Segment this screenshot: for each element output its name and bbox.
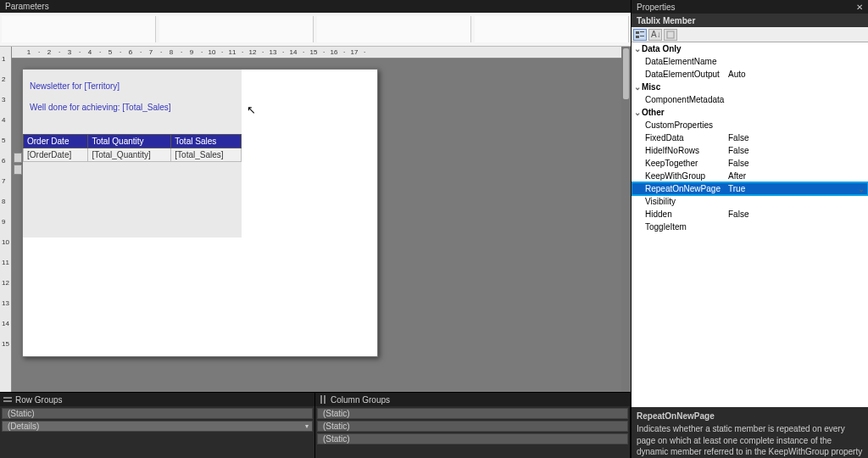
property-description-title: RepeatOnNewPage <box>637 411 863 422</box>
column-header[interactable]: Order Date <box>24 135 88 148</box>
column-groups-title: Column Groups <box>331 395 390 405</box>
property-name: KeepWithGroup <box>632 171 725 181</box>
data-cell[interactable]: [Total_Quantity] <box>88 148 171 162</box>
property-name: KeepTogether <box>632 159 725 168</box>
property-value[interactable]: False <box>725 133 868 142</box>
ruler-tick: 13 <box>264 48 281 56</box>
property-row[interactable]: HiddenFalse <box>632 208 868 221</box>
property-value[interactable]: False <box>725 209 868 219</box>
property-row[interactable]: KeepWithGroupAfter <box>632 170 868 182</box>
parameter-cell[interactable] <box>475 16 629 42</box>
property-category[interactable]: ⌄Misc <box>632 81 868 93</box>
ruler-tick: 8 <box>163 48 180 56</box>
design-canvas[interactable]: Newsletter for [Territory] Well done for… <box>12 59 621 392</box>
row-group-item[interactable]: (Details)▾ <box>2 421 313 432</box>
parameters-strip[interactable] <box>0 13 631 47</box>
ruler-tick: 10 <box>2 238 9 246</box>
expand-icon[interactable]: ⌄ <box>633 44 642 53</box>
property-value[interactable]: True <box>725 184 854 193</box>
svg-rect-6 <box>636 36 639 38</box>
property-name: Visibility <box>632 197 725 206</box>
data-cell[interactable]: [Total_Sales] <box>171 148 242 162</box>
alphabetical-button[interactable]: A↓ <box>648 29 662 41</box>
ruler-tick: 5 <box>2 137 5 144</box>
ruler-tick: 5 <box>102 48 119 56</box>
property-grid[interactable]: ⌄Data OnlyDataElementNameDataElementOutp… <box>632 42 868 407</box>
property-row[interactable]: Visibility <box>632 195 868 208</box>
chevron-down-icon[interactable]: ▾ <box>305 422 309 430</box>
ruler-tick: 13 <box>2 299 9 307</box>
parameter-cell[interactable] <box>159 16 314 42</box>
column-group-item[interactable]: (Static) <box>317 433 628 444</box>
report-page[interactable]: Newsletter for [Territory] Well done for… <box>22 69 378 357</box>
ruler-tick: 6 <box>2 157 5 165</box>
ruler-tick: 7 <box>2 177 5 185</box>
svg-rect-5 <box>640 31 644 32</box>
dropdown-icon[interactable]: ⌄ <box>854 184 868 193</box>
textbox-newsletter-subtitle[interactable]: Well done for achieving: [Total_Sales] <box>30 103 235 112</box>
property-value[interactable]: False <box>725 159 868 168</box>
textbox-newsletter-title[interactable]: Newsletter for [Territory] <box>30 81 235 91</box>
property-value[interactable]: Auto <box>725 70 868 79</box>
cursor-icon: ↖ <box>247 103 256 116</box>
expand-icon[interactable]: ⌄ <box>633 82 642 92</box>
svg-text:A↓: A↓ <box>651 31 659 39</box>
property-name: CustomProperties <box>632 120 725 130</box>
property-description: RepeatOnNewPage Indicates whether a stat… <box>632 407 868 458</box>
expand-icon[interactable]: ⌄ <box>633 108 642 117</box>
property-category[interactable]: ⌄Other <box>632 106 868 119</box>
vertical-scrollbar[interactable] <box>621 47 631 392</box>
property-row[interactable]: RepeatOnNewPageTrue⌄ <box>632 182 868 195</box>
property-value[interactable]: After <box>725 171 868 181</box>
ruler-tick: 3 <box>2 96 5 103</box>
svg-rect-9 <box>667 31 674 38</box>
property-row[interactable]: DataElementOutputAuto <box>632 68 868 81</box>
tablix[interactable]: Order Date Total Quantity Total Sales [O… <box>23 134 242 162</box>
property-row[interactable]: ComponentMetadata <box>632 93 868 106</box>
parameter-cell[interactable] <box>2 16 156 42</box>
column-group-item[interactable]: (Static) <box>317 421 628 432</box>
svg-rect-0 <box>3 397 12 399</box>
column-header[interactable]: Total Quantity <box>88 135 171 148</box>
property-category[interactable]: ⌄Data Only <box>632 42 868 55</box>
row-groups-header: Row Groups <box>0 393 314 406</box>
ruler-tick: 2 <box>2 75 5 83</box>
parameter-cell[interactable] <box>317 16 471 42</box>
horizontal-ruler: 1·2·3·4·5·6·7·8·9·10·11·12·13·14·15·16·1… <box>12 47 621 59</box>
svg-rect-4 <box>636 31 639 34</box>
properties-header: Properties ✕ <box>632 0 868 14</box>
categorized-button[interactable] <box>633 29 647 41</box>
property-value[interactable]: False <box>725 146 868 155</box>
ruler-tick: 12 <box>2 279 9 287</box>
row-handle[interactable] <box>14 165 22 175</box>
column-header[interactable]: Total Sales <box>171 135 242 148</box>
ruler-tick: 4 <box>81 48 98 56</box>
properties-subject[interactable]: Tablix Member <box>632 14 868 27</box>
row-groups-title: Row Groups <box>15 395 63 405</box>
ruler-tick: 14 <box>2 320 9 327</box>
property-name: ToggleItem <box>632 222 725 232</box>
ruler-tick: 14 <box>285 48 302 56</box>
svg-rect-7 <box>640 36 644 36</box>
property-row[interactable]: DataElementName <box>632 55 868 68</box>
ruler-tick: 15 <box>305 48 322 56</box>
row-groups-icon <box>3 395 12 404</box>
data-cell[interactable]: [OrderDate] <box>24 148 88 162</box>
column-group-item[interactable]: (Static) <box>317 408 628 419</box>
ruler-tick: 6 <box>122 48 139 56</box>
scrollbar-thumb[interactable] <box>623 48 629 99</box>
property-row[interactable]: ToggleItem <box>632 221 868 233</box>
ruler-tick: 10 <box>203 48 220 56</box>
ruler-tick: 12 <box>244 48 261 56</box>
property-row[interactable]: FixedDataFalse <box>632 131 868 144</box>
column-groups-icon <box>319 395 327 404</box>
row-group-item[interactable]: (Static) <box>2 408 313 419</box>
row-handle[interactable] <box>14 153 22 163</box>
property-pages-button[interactable] <box>664 29 677 41</box>
property-row[interactable]: CustomProperties <box>632 119 868 131</box>
close-icon[interactable]: ✕ <box>856 3 863 12</box>
ruler-tick: 4 <box>2 116 5 124</box>
property-row[interactable]: HideIfNoRowsFalse <box>632 144 868 157</box>
property-name: HideIfNoRows <box>632 146 725 155</box>
property-row[interactable]: KeepTogetherFalse <box>632 157 868 170</box>
